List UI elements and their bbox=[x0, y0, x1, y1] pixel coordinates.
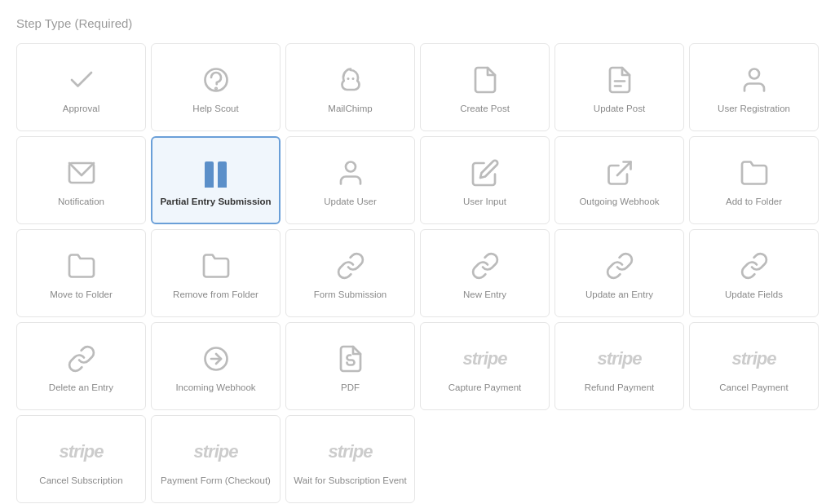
card-outgoing-webhook[interactable]: Outgoing Webhook bbox=[554, 136, 684, 224]
move-to-folder-label: Move to Folder bbox=[50, 289, 113, 301]
card-update-user[interactable]: Update User bbox=[285, 136, 415, 224]
svg-point-3 bbox=[351, 77, 354, 80]
cancel-subscription-icon: stripe bbox=[60, 435, 104, 468]
svg-point-1 bbox=[215, 87, 217, 89]
incoming-webhook-label: Incoming Webhook bbox=[175, 382, 255, 394]
cancel-payment-label: Cancel Payment bbox=[719, 382, 788, 394]
create-post-icon bbox=[471, 64, 500, 96]
approval-label: Approval bbox=[63, 103, 99, 115]
mailchimp-icon bbox=[336, 64, 365, 96]
svg-point-2 bbox=[347, 77, 349, 80]
card-approval[interactable]: Approval bbox=[16, 43, 146, 131]
page-title-text: Step Type bbox=[16, 16, 71, 30]
add-to-folder-label: Add to Folder bbox=[726, 196, 782, 208]
approval-icon bbox=[67, 64, 96, 96]
required-label: (Required) bbox=[74, 16, 132, 30]
user-input-label: User Input bbox=[463, 196, 506, 208]
card-cancel-subscription[interactable]: stripeCancel Subscription bbox=[16, 415, 146, 503]
partial-entry-icon bbox=[205, 157, 227, 189]
wait-subscription-label: Wait for Subscription Event bbox=[294, 475, 406, 487]
partial-entry-label: Partial Entry Submission bbox=[160, 196, 271, 208]
refund-payment-label: Refund Payment bbox=[585, 382, 655, 394]
new-entry-label: New Entry bbox=[463, 289, 506, 301]
notification-icon bbox=[67, 157, 96, 189]
capture-payment-label: Capture Payment bbox=[448, 382, 522, 394]
card-mailchimp[interactable]: MailChimp bbox=[285, 43, 415, 131]
card-user-input[interactable]: User Input bbox=[420, 136, 550, 224]
mailchimp-label: MailChimp bbox=[328, 103, 372, 115]
svg-line-9 bbox=[617, 161, 631, 175]
card-user-registration[interactable]: User Registration bbox=[689, 43, 819, 131]
cancel-subscription-label: Cancel Subscription bbox=[39, 475, 122, 487]
step-type-grid: ApprovalHelp ScoutMailChimpCreate PostUp… bbox=[16, 43, 819, 503]
card-help-scout[interactable]: Help Scout bbox=[151, 43, 281, 131]
notification-label: Notification bbox=[58, 196, 104, 208]
update-fields-icon bbox=[740, 250, 769, 282]
card-update-an-entry[interactable]: Update an Entry bbox=[554, 229, 684, 317]
card-notification[interactable]: Notification bbox=[16, 136, 146, 224]
new-entry-icon bbox=[471, 250, 500, 282]
card-partial-entry[interactable]: Partial Entry Submission bbox=[151, 136, 281, 224]
update-user-icon bbox=[336, 157, 365, 189]
remove-from-folder-icon bbox=[201, 250, 231, 282]
card-create-post[interactable]: Create Post bbox=[420, 43, 550, 131]
card-add-to-folder[interactable]: Add to Folder bbox=[689, 136, 819, 224]
incoming-webhook-icon bbox=[201, 343, 231, 375]
help-scout-label: Help Scout bbox=[192, 103, 238, 115]
cancel-payment-icon: stripe bbox=[732, 343, 776, 375]
wait-subscription-icon: stripe bbox=[329, 435, 373, 468]
card-remove-from-folder[interactable]: Remove from Folder bbox=[151, 229, 281, 317]
outgoing-webhook-icon bbox=[605, 157, 634, 189]
remove-from-folder-label: Remove from Folder bbox=[173, 289, 258, 301]
capture-payment-icon: stripe bbox=[463, 343, 507, 375]
svg-point-8 bbox=[346, 161, 356, 171]
payment-form-label: Payment Form (Checkout) bbox=[161, 475, 271, 487]
move-to-folder-icon bbox=[67, 250, 96, 282]
user-input-icon bbox=[471, 157, 500, 189]
update-user-label: Update User bbox=[324, 196, 377, 208]
user-registration-icon bbox=[740, 64, 769, 96]
add-to-folder-icon bbox=[740, 157, 769, 189]
delete-an-entry-label: Delete an Entry bbox=[49, 382, 113, 394]
card-pdf[interactable]: PDF bbox=[285, 322, 415, 410]
outgoing-webhook-label: Outgoing Webhook bbox=[579, 196, 659, 208]
pdf-label: PDF bbox=[341, 382, 360, 394]
update-an-entry-icon bbox=[605, 250, 634, 282]
user-registration-label: User Registration bbox=[718, 103, 790, 115]
create-post-label: Create Post bbox=[460, 103, 510, 115]
pdf-icon bbox=[336, 343, 365, 375]
card-refund-payment[interactable]: stripeRefund Payment bbox=[554, 322, 684, 410]
card-payment-form[interactable]: stripePayment Form (Checkout) bbox=[151, 415, 281, 503]
update-post-label: Update Post bbox=[594, 103, 645, 115]
card-update-post[interactable]: Update Post bbox=[554, 43, 684, 131]
update-fields-label: Update Fields bbox=[725, 289, 783, 301]
card-delete-an-entry[interactable]: Delete an Entry bbox=[16, 322, 146, 410]
payment-form-icon: stripe bbox=[194, 435, 238, 468]
card-new-entry[interactable]: New Entry bbox=[420, 229, 550, 317]
help-scout-icon bbox=[201, 64, 231, 96]
card-move-to-folder[interactable]: Move to Folder bbox=[16, 229, 146, 317]
card-update-fields[interactable]: Update Fields bbox=[689, 229, 819, 317]
card-cancel-payment[interactable]: stripeCancel Payment bbox=[689, 322, 819, 410]
card-form-submission[interactable]: Form Submission bbox=[285, 229, 415, 317]
refund-payment-icon: stripe bbox=[598, 343, 642, 375]
card-wait-subscription[interactable]: stripeWait for Subscription Event bbox=[285, 415, 415, 503]
page-header: Step Type (Required) bbox=[16, 16, 819, 30]
form-submission-label: Form Submission bbox=[314, 289, 387, 301]
update-an-entry-label: Update an Entry bbox=[585, 289, 653, 301]
card-capture-payment[interactable]: stripeCapture Payment bbox=[420, 322, 550, 410]
update-post-icon bbox=[605, 64, 634, 96]
svg-point-6 bbox=[749, 69, 759, 78]
delete-an-entry-icon bbox=[67, 343, 96, 375]
form-submission-icon bbox=[336, 250, 365, 282]
card-incoming-webhook[interactable]: Incoming Webhook bbox=[151, 322, 281, 410]
